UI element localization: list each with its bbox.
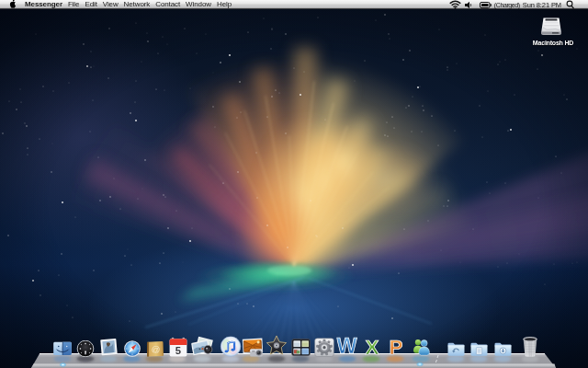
svg-text:W: W [337,337,358,356]
svg-text:@: @ [152,344,161,354]
svg-text:5: 5 [175,345,181,356]
svg-text:X: X [365,338,379,357]
svg-text:P: P [389,338,402,357]
